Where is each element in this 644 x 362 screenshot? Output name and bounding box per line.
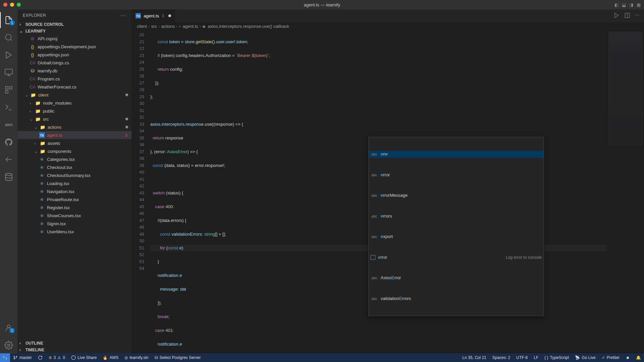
suggest-item[interactable]: abcenv — [369, 151, 544, 158]
sb-errors[interactable]: ⊗3⚠0 — [46, 353, 68, 362]
activity-database[interactable] — [0, 169, 17, 185]
folder-public[interactable]: ›📁public — [17, 107, 131, 115]
suggest-item[interactable]: abcexport — [369, 233, 544, 240]
file-agent-ts[interactable]: TSagent.ts3 — [17, 131, 131, 139]
suggest-item[interactable]: errorLog error to console — [369, 254, 544, 261]
file-showcourses[interactable]: ⚛ShowCourses.tsx — [17, 212, 131, 220]
folder-node-modules[interactable]: ›📁node_modules — [17, 99, 131, 107]
feedback-icon: ☻ — [626, 355, 630, 360]
activity-remote[interactable] — [0, 64, 17, 80]
svg-marker-2 — [6, 52, 11, 58]
section-outline[interactable]: ›OUTLINE — [17, 340, 131, 347]
file-checkout[interactable]: ⚛Checkout.tsx — [17, 163, 131, 171]
activity-github[interactable] — [0, 134, 17, 150]
file-program[interactable]: C#Program.cs — [17, 75, 131, 83]
tab-agent-ts[interactable]: TS agent.ts 3 — [131, 9, 175, 22]
maximize-button[interactable] — [17, 3, 21, 7]
sb-aws[interactable]: 🔥AWS — [100, 353, 121, 362]
sb-liveshare[interactable]: Live Share — [68, 353, 100, 362]
panel-bottom-icon[interactable]: ⬓ — [622, 2, 626, 7]
chevron-right-icon: › — [34, 141, 39, 146]
code-pane[interactable]: const token = store.getState().user.user… — [150, 30, 607, 353]
react-icon: ⚛ — [39, 189, 45, 194]
file-weather[interactable]: C#WeatherForecast.cs — [17, 83, 131, 91]
sb-encoding[interactable]: UTF-8 — [513, 353, 531, 362]
suggest-item[interactable]: abcerror — [369, 172, 544, 179]
explorer-more-icon[interactable]: ⋯ — [120, 12, 126, 19]
folder-assets[interactable]: ›📁assets — [17, 139, 131, 147]
file-register[interactable]: ⚛Register.tsx — [17, 203, 131, 212]
minimap[interactable] — [607, 30, 644, 353]
intellisense-popup[interactable]: abcenv abcerror abcerrorMessage abcerror… — [368, 137, 544, 316]
activity-extensions[interactable] — [0, 82, 17, 98]
file-loading[interactable]: ⚛Loading.tsx — [17, 179, 131, 187]
activity-terminal[interactable] — [0, 99, 17, 115]
file-privateroute[interactable]: ⚛PrivateRoute.tsx — [17, 195, 131, 203]
breadcrumb-item[interactable]: axios.interceptors.response.use() callba… — [208, 24, 289, 29]
sb-notifications[interactable]: 🔔 — [633, 353, 644, 362]
section-timeline[interactable]: ›TIMELINE — [17, 347, 131, 353]
file-api-csproj[interactable]: ⚙API.csproj — [17, 35, 131, 43]
breadcrumb-item[interactable]: actions — [161, 24, 175, 29]
svg-point-21 — [14, 358, 14, 359]
close-button[interactable] — [3, 3, 7, 7]
file-appsettings-dev[interactable]: {}appsettings.Development.json — [17, 43, 131, 51]
breadcrumb[interactable]: client› src› actions› ▪agent.ts› ◈axios.… — [131, 22, 644, 30]
file-learnify-db[interactable]: ⛁learnify.db — [17, 67, 131, 75]
split-icon[interactable] — [624, 12, 630, 19]
activity-account[interactable]: 1 — [0, 320, 17, 336]
file-appsettings[interactable]: {}appsettings.json — [17, 51, 131, 59]
file-categories[interactable]: ⚛Categories.tsx — [17, 155, 131, 163]
breadcrumb-item[interactable]: client — [137, 24, 147, 29]
suggest-item[interactable]: abcerrorMessage — [369, 192, 544, 199]
folder-src[interactable]: ⌄📁src — [17, 115, 131, 123]
sb-golive[interactable]: 📡Go Live — [572, 353, 598, 362]
activity-liveshare[interactable] — [0, 152, 17, 168]
layout-icon[interactable]: ▦ — [637, 2, 641, 7]
git-branch-icon — [13, 355, 18, 360]
sb-position[interactable]: Ln 35, Col 21 — [459, 353, 489, 362]
react-icon: ⚛ — [39, 229, 45, 234]
sb-prettier[interactable]: ✓Prettier — [599, 353, 623, 362]
sb-sync[interactable] — [35, 353, 46, 362]
sb-language[interactable]: { }TypeScript — [541, 353, 572, 362]
folder-actions[interactable]: ⌄📁actions — [17, 123, 131, 131]
ts-icon: TS — [136, 13, 141, 18]
suggest-item[interactable]: abcAxiosError — [369, 275, 544, 282]
sb-sln[interactable]: ◎learnify.sln — [121, 353, 151, 362]
sb-indent[interactable]: Spaces: 2 — [489, 353, 513, 362]
editor-body[interactable]: 2021222324 2526272829 3031323334 3536373… — [131, 30, 644, 353]
activity-aws[interactable]: aws — [0, 117, 17, 133]
section-source-control[interactable]: ›SOURCE CONTROL — [17, 21, 131, 28]
chevron-right-icon: › — [30, 101, 34, 106]
minimize-button[interactable] — [10, 3, 14, 7]
sb-remote[interactable] — [0, 353, 10, 362]
activity-settings[interactable] — [0, 337, 17, 353]
more-icon[interactable]: ⋯ — [635, 12, 639, 19]
activity-explorer[interactable]: 1 — [0, 12, 17, 28]
suggest-item[interactable]: abcvalidationErrors — [369, 295, 544, 302]
folder-client[interactable]: ⌄📁client — [17, 91, 131, 99]
file-navigation[interactable]: ⚛Navigation.tsx — [17, 187, 131, 195]
breadcrumb-item[interactable]: src — [151, 24, 157, 29]
sb-feedback[interactable]: ☻ — [623, 353, 633, 362]
panel-right-icon[interactable]: ◨ — [629, 2, 633, 7]
file-checkoutsummary[interactable]: ⚛CheckoutSummary.tsx — [17, 171, 131, 179]
breadcrumb-item[interactable]: agent.ts — [183, 24, 198, 29]
activity-debug[interactable] — [0, 47, 17, 63]
suggest-item[interactable]: abcerrors — [369, 213, 544, 220]
folder-icon: 📁 — [40, 125, 46, 130]
line-numbers: 2021222324 2526272829 3031323334 3536373… — [131, 30, 150, 353]
sb-eol[interactable]: LF — [531, 353, 541, 362]
activity-search[interactable] — [0, 29, 17, 46]
svg-text:TS: TS — [136, 14, 140, 18]
sb-postgres[interactable]: ⛁Select Postgres Server — [152, 353, 204, 362]
file-globalusings[interactable]: C#GlobalUsings.cs — [17, 59, 131, 67]
folder-components[interactable]: ⌄📁components — [17, 147, 131, 155]
file-signin[interactable]: ⚛Signin.tsx — [17, 220, 131, 228]
section-learnify[interactable]: ⌄LEARNIFY — [17, 28, 131, 35]
file-usermenu[interactable]: ⚛UserMenu.tsx — [17, 228, 131, 236]
run-icon[interactable] — [613, 12, 620, 19]
sb-branch[interactable]: master — [10, 353, 35, 362]
panel-left-icon[interactable]: ◧ — [614, 2, 619, 7]
